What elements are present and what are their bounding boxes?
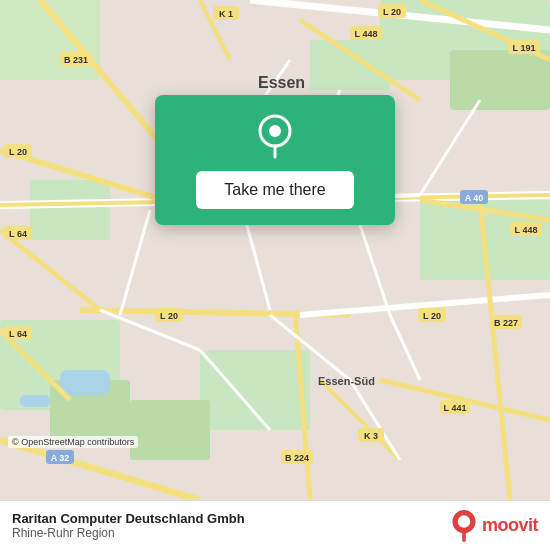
svg-text:L 20: L 20 bbox=[9, 147, 27, 157]
svg-text:Essen-Süd: Essen-Süd bbox=[318, 375, 375, 387]
svg-text:L 20: L 20 bbox=[383, 7, 401, 17]
svg-text:A 40: A 40 bbox=[465, 193, 484, 203]
svg-rect-9 bbox=[200, 350, 310, 430]
moovit-brand-label: moovit bbox=[482, 515, 538, 536]
svg-rect-10 bbox=[130, 400, 210, 460]
svg-text:Essen: Essen bbox=[258, 74, 305, 91]
location-card: Take me there bbox=[155, 95, 395, 225]
location-pin-icon bbox=[252, 113, 298, 159]
svg-rect-5 bbox=[310, 40, 390, 90]
location-info: Raritan Computer Deutschland Gmbh Rhine-… bbox=[12, 511, 245, 540]
svg-rect-4 bbox=[450, 50, 550, 110]
map-container: Essen K 1 L 64 L 64 B 231 L 20 L 448 L 2… bbox=[0, 0, 550, 500]
svg-text:L 191: L 191 bbox=[513, 43, 536, 53]
svg-text:B 224: B 224 bbox=[285, 453, 309, 463]
svg-text:B 231: B 231 bbox=[64, 55, 88, 65]
svg-rect-8 bbox=[30, 180, 110, 240]
svg-text:B 227: B 227 bbox=[494, 318, 518, 328]
svg-text:L 64: L 64 bbox=[9, 229, 27, 239]
moovit-logo: moovit bbox=[450, 510, 538, 542]
svg-point-84 bbox=[458, 515, 470, 527]
svg-text:L 20: L 20 bbox=[423, 311, 441, 321]
location-name: Raritan Computer Deutschland Gmbh bbox=[12, 511, 245, 526]
bottom-bar: Raritan Computer Deutschland Gmbh Rhine-… bbox=[0, 500, 550, 550]
take-me-there-button[interactable]: Take me there bbox=[196, 171, 353, 209]
map-attribution: © OpenStreetMap contributors bbox=[8, 436, 138, 448]
svg-text:L 64: L 64 bbox=[9, 329, 27, 339]
svg-text:L 448: L 448 bbox=[515, 225, 538, 235]
svg-text:L 20: L 20 bbox=[160, 311, 178, 321]
moovit-pin-icon bbox=[450, 510, 478, 542]
svg-point-81 bbox=[269, 125, 281, 137]
svg-text:K 3: K 3 bbox=[364, 431, 378, 441]
svg-text:L 441: L 441 bbox=[444, 403, 467, 413]
svg-text:A 32: A 32 bbox=[51, 453, 70, 463]
svg-text:L 448: L 448 bbox=[355, 29, 378, 39]
location-region: Rhine-Ruhr Region bbox=[12, 526, 245, 540]
svg-rect-11 bbox=[60, 370, 110, 395]
svg-rect-12 bbox=[20, 395, 50, 407]
svg-text:K 1: K 1 bbox=[219, 9, 233, 19]
